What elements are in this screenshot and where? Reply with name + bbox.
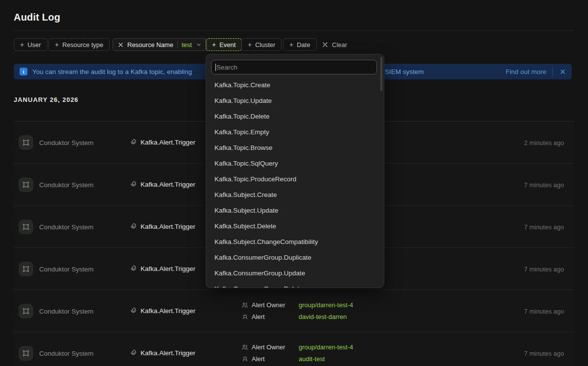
actor-name: Conduktor System	[39, 349, 94, 357]
event-option[interactable]: Kafka.Topic.Delete	[206, 108, 384, 124]
event-option[interactable]: Kafka.Topic.Create	[206, 77, 384, 93]
dropdown-scrollbar[interactable]	[380, 57, 382, 91]
text-caret	[215, 64, 216, 71]
event-option[interactable]: Kafka.ConsumerGroup.Duplicate	[206, 249, 384, 265]
event-trigger-icon	[130, 180, 137, 189]
event-trigger-icon	[130, 222, 137, 231]
actor-name: Conduktor System	[39, 223, 94, 230]
plus-icon: +	[55, 41, 59, 48]
event-name: Kafka.Alert.Trigger	[141, 265, 195, 272]
event-option[interactable]: Kafka.ConsumerGroup.Update	[206, 265, 384, 281]
event-option[interactable]: Kafka.Topic.ProduceRecord	[206, 171, 384, 187]
filter-cluster-button[interactable]: + Cluster	[241, 38, 282, 51]
timestamp: 7 minutes ago	[524, 223, 564, 230]
filter-resource-type-button[interactable]: + Resource type	[48, 38, 110, 51]
log-date-header: JANUARY 26, 2026	[14, 96, 78, 103]
filter-resource-name-value: test	[182, 41, 192, 49]
event-filter-dropdown: Kafka.Topic.CreateKafka.Topic.UpdateKafk…	[206, 54, 384, 288]
title-divider	[14, 30, 574, 31]
event-option[interactable]: Kafka.Subject.Create	[206, 187, 384, 202]
event-option[interactable]: Kafka.Subject.Update	[206, 202, 384, 218]
timestamp: 7 minutes ago	[524, 265, 564, 272]
filter-event-label: Event	[219, 41, 235, 49]
detail-value-link[interactable]: david-test-darren	[299, 313, 347, 320]
event-name: Kafka.Alert.Trigger	[141, 223, 195, 230]
event-name: Kafka.Alert.Trigger	[141, 307, 195, 315]
event-option[interactable]: Kafka.Topic.Update	[206, 93, 384, 108]
timestamp: 2 minutes ago	[524, 139, 564, 146]
event-trigger-icon	[130, 265, 137, 273]
event-option[interactable]: Kafka.Topic.SqlQuery	[206, 155, 384, 171]
filter-user-button[interactable]: + User	[14, 38, 47, 51]
banner-close-icon[interactable]	[559, 68, 567, 76]
event-trigger-icon	[130, 138, 137, 147]
info-icon: i	[20, 68, 27, 75]
plus-icon: +	[289, 41, 293, 48]
event-name: Kafka.Alert.Trigger	[141, 349, 195, 357]
filter-cluster-label: Cluster	[255, 41, 275, 49]
event-trigger-icon	[130, 307, 137, 316]
divider	[177, 41, 178, 48]
detail-line: Alertdavid-test-darren	[241, 311, 353, 323]
detail-value-link[interactable]: group/darren-test-4	[299, 301, 353, 309]
conduktor-system-icon	[19, 304, 33, 318]
detail-label: Alert	[252, 313, 299, 320]
find-out-more-link[interactable]: Find out more	[506, 68, 546, 75]
plus-icon: +	[212, 41, 216, 48]
actor-name: Conduktor System	[39, 181, 94, 188]
filter-user-label: User	[27, 41, 41, 49]
event-option[interactable]: Kafka.Subject.ChangeCompatibility	[206, 234, 384, 249]
audit-log-row[interactable]: Conduktor System Kafka.Alert.Trigger Ale…	[14, 290, 574, 332]
timestamp: 7 minutes ago	[524, 307, 564, 315]
clear-filters-button[interactable]: Clear	[319, 38, 350, 51]
chevron-down-icon	[196, 42, 202, 48]
detail-value-link[interactable]: group/darren-test-4	[299, 343, 353, 351]
detail-line: Alert Ownergroup/darren-test-4	[241, 342, 353, 353]
event-option[interactable]: Kafka.Topic.Browse	[206, 140, 384, 155]
actor-name: Conduktor System	[39, 139, 94, 146]
timestamp: 7 minutes ago	[524, 349, 564, 357]
conduktor-system-icon	[19, 135, 33, 150]
filter-resource-name-label: Resource Name	[127, 41, 173, 49]
remove-filter-icon[interactable]	[118, 42, 123, 48]
dropdown-search[interactable]	[211, 60, 377, 74]
banner-text: You can stream the audit log to a Kafka …	[32, 68, 192, 75]
event-option[interactable]: Kafka.Subject.Delete	[206, 218, 384, 234]
actor-name: Conduktor System	[39, 265, 94, 272]
alarm-icon	[241, 314, 248, 320]
event-option[interactable]: Kafka.Topic.Empty	[206, 124, 384, 140]
filter-date-button[interactable]: + Date	[283, 38, 317, 51]
conduktor-system-icon	[19, 220, 33, 234]
search-input[interactable]	[212, 60, 376, 74]
plus-icon: +	[20, 41, 24, 48]
detail-label: Alert	[252, 355, 299, 363]
detail-value-link[interactable]: audit-test	[299, 355, 325, 363]
users-icon	[241, 344, 248, 351]
filter-event-button[interactable]: + Event	[206, 38, 242, 51]
event-option[interactable]: Kafka.ConsumerGroup.Delete	[206, 281, 384, 288]
audit-log-row[interactable]: Conduktor System Kafka.Alert.Trigger Ale…	[14, 332, 574, 366]
users-icon	[241, 302, 248, 309]
conduktor-system-icon	[19, 262, 33, 276]
event-details: Alert Ownergroup/darren-test-4Alertaudit…	[241, 342, 353, 365]
page-title: Audit Log	[14, 12, 60, 23]
conduktor-system-icon	[19, 177, 33, 192]
timestamp: 7 minutes ago	[524, 181, 564, 188]
detail-line: Alert Ownergroup/darren-test-4	[241, 299, 353, 311]
filter-resource-type-label: Resource type	[62, 41, 103, 49]
detail-label: Alert Owner	[252, 301, 299, 309]
event-name: Kafka.Alert.Trigger	[141, 139, 195, 146]
actor-name: Conduktor System	[39, 307, 94, 315]
filter-date-label: Date	[297, 41, 310, 49]
plus-icon: +	[248, 41, 252, 48]
banner-text-continued: SIEM system	[385, 68, 424, 75]
event-name: Kafka.Alert.Trigger	[141, 181, 195, 188]
divider	[552, 68, 553, 75]
event-trigger-icon	[130, 349, 137, 358]
conduktor-system-icon	[19, 346, 33, 361]
clear-filters-label: Clear	[332, 41, 347, 49]
filter-resource-name-chip[interactable]: Resource Name test	[113, 38, 207, 51]
detail-label: Alert Owner	[252, 343, 299, 351]
event-options-list: Kafka.Topic.CreateKafka.Topic.UpdateKafk…	[206, 77, 384, 288]
alarm-icon	[241, 356, 248, 362]
